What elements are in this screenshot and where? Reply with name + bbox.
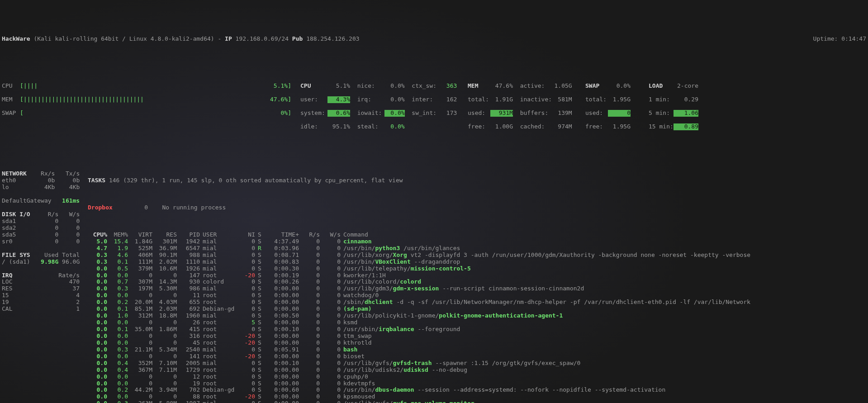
mem-detail: MEM47.6% active:1.05G total:1.91G inacti… — [468, 76, 585, 130]
uptime-value: 0:14:47 — [841, 35, 866, 42]
process-row[interactable]: 0.0 0.0 0 0 147 root -20 S 0:00.19 0 0 k… — [88, 272, 752, 279]
process-row[interactable]: 0.0 0.0 0 0 12 root 0 S 0:00.00 0 0 cpuh… — [88, 374, 752, 380]
process-row[interactable]: 0.0 0.7 307M 14.3M 930 colord 0 S 0:00.2… — [88, 279, 752, 285]
load-detail: LOAD2-core 1 min:0.29 5 min:1.06 15 min:… — [649, 76, 712, 130]
process-row[interactable]: 0.0 0.4 352M 7.10M 2005 mial 0 S 0:00.10… — [88, 360, 752, 367]
dropbox-label: Dropbox — [88, 204, 113, 211]
pub-value: 188.254.126.203 — [306, 35, 359, 42]
ip-value: 192.168.0.69/24 — [236, 35, 289, 42]
process-row[interactable]: 0.0 0.3 197M 5.30M 986 mial 0 S 0:00.00 … — [88, 285, 752, 292]
process-panel: TASKS 146 (329 thr), 1 run, 145 slp, 0 o… — [88, 171, 866, 403]
os-string: (Kali kali-rolling 64bit / Linux 4.8.0-k… — [33, 35, 214, 42]
usage-bars: CPU[||||5.1%] MEM[||||||||||||||||||||||… — [2, 76, 291, 130]
cpu-detail: CPU5.1% nice:0.0% ctx_sw:363 user: 4.3% … — [291, 76, 468, 130]
process-row[interactable]: 0.0 0.0 0 0 26 root 5 S 0:00.00 0 0 ksmd — [88, 319, 752, 326]
process-row[interactable]: 0.0 0.0 0 0 141 root -20 S 0:00.00 0 0 b… — [88, 353, 752, 360]
process-row[interactable]: 0.0 0.5 379M 10.6M 1926 mial 0 S 0:00.30… — [88, 266, 752, 272]
process-row[interactable]: 0.0 0.4 367M 7.11M 1729 root 0 S 0:00.00… — [88, 367, 752, 374]
header: HackWare (Kali kali-rolling 64bit / Linu… — [2, 36, 866, 43]
process-table: CPU% MEM% VIRT RES PID USER NI S TIME+ R… — [88, 232, 752, 403]
process-row[interactable]: 0.0 0.0 0 0 11 root 0 S 0:00.00 0 0 watc… — [88, 292, 752, 299]
process-row[interactable]: 0.0 0.0 0 0 45 root -20 S 0:00.00 0 0 kt… — [88, 340, 752, 346]
process-row[interactable]: 0.0 1.0 312M 18.8M 1960 mial 0 S 0:00.50… — [88, 313, 752, 319]
tasks-label: TASKS — [88, 177, 105, 184]
tasks-text: 146 (329 thr), 1 run, 145 slp, 0 oth sor… — [109, 177, 403, 184]
process-row[interactable]: 0.0 0.2 44.2M 3.94M 702 Debian-gd 0 S 0:… — [88, 387, 752, 394]
process-row[interactable]: 0.0 0.1 85.1M 2.03M 692 Debian-gd 0 S 0:… — [88, 306, 752, 313]
process-row[interactable]: 0.0 0.0 0 0 88 root -20 S 0:00.00 0 0 kp… — [88, 394, 752, 400]
ip-label: IP — [225, 35, 232, 42]
pub-label: Pub — [292, 35, 303, 42]
process-row[interactable]: 0.3 4.6 406M 90.1M 988 mial 0 S 0:08.71 … — [88, 252, 752, 259]
process-row[interactable]: 0.3 0.1 111M 2.02M 1110 mial 0 S 0:00.83… — [88, 259, 752, 266]
swap-detail: SWAP0.0% total:1.95G used: 0 free:1.95G — [585, 76, 649, 130]
process-row[interactable]: 5.0 15.4 1.84G 301M 1942 mial 0 S 4:37.4… — [88, 238, 752, 245]
process-row[interactable]: 0.0 0.0 0 0 316 root -20 S 0:00.00 0 0 t… — [88, 333, 752, 340]
sidebar: NETWORK Rx/s Tx/s eth0 0b 0b lo 4Kb 4Kb … — [2, 171, 88, 403]
process-row[interactable]: 0.0 0.3 263M 5.80M 1907 mial 0 S 0:00.00… — [88, 400, 752, 403]
process-header: CPU% MEM% VIRT RES PID USER NI S TIME+ R… — [88, 232, 752, 238]
process-row[interactable]: 0.0 0.1 35.0M 1.86M 415 root 0 S 0:00.10… — [88, 326, 752, 333]
process-row[interactable]: 4.7 1.9 525M 36.9M 6547 mial 0 R 0:03.96… — [88, 245, 752, 252]
process-row[interactable]: 0.0 0.3 21.1M 5.34M 2540 mial 0 S 0:05.9… — [88, 346, 752, 353]
process-row[interactable]: 0.0 0.2 20.0M 4.03M 655 root 0 S 0:00.00… — [88, 299, 752, 306]
hostname: HackWare — [2, 35, 30, 42]
process-row[interactable]: 0.0 0.0 0 0 19 root 0 S 0:00.00 0 0 kdev… — [88, 380, 752, 387]
uptime-label: Uptime: — [813, 35, 838, 42]
